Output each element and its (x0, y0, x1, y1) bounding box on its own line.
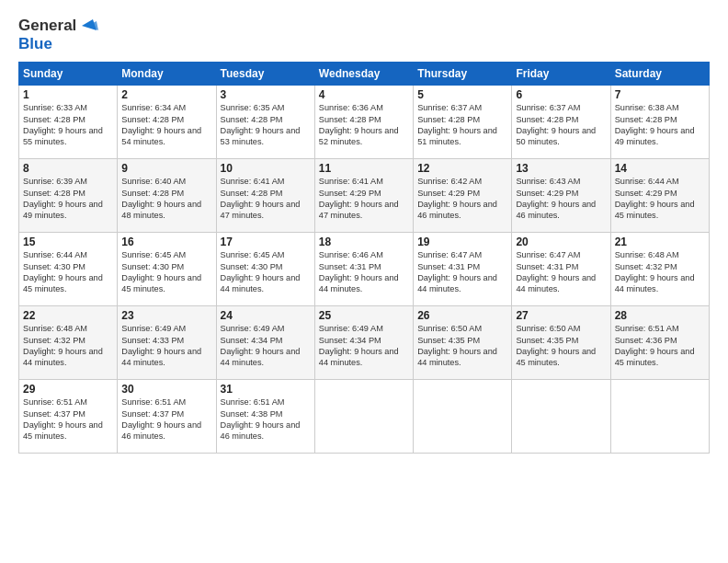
week-row-3: 15 Sunrise: 6:44 AMSunset: 4:30 PMDaylig… (19, 233, 710, 306)
day-info: Sunrise: 6:43 AMSunset: 4:29 PMDaylight:… (516, 177, 596, 220)
day-number: 16 (121, 236, 211, 248)
weekday-tuesday: Tuesday (216, 63, 314, 86)
day-info: Sunrise: 6:42 AMSunset: 4:29 PMDaylight:… (417, 177, 497, 220)
calendar-cell: 10 Sunrise: 6:41 AMSunset: 4:28 PMDaylig… (216, 159, 314, 233)
weekday-friday: Friday (512, 63, 610, 86)
day-info: Sunrise: 6:48 AMSunset: 4:32 PMDaylight:… (615, 250, 695, 293)
calendar-cell: 2 Sunrise: 6:34 AMSunset: 4:28 PMDayligh… (118, 86, 216, 159)
calendar-cell: 29 Sunrise: 6:51 AMSunset: 4:37 PMDaylig… (19, 380, 118, 454)
calendar-cell: 8 Sunrise: 6:39 AMSunset: 4:28 PMDayligh… (19, 159, 118, 233)
calendar-cell: 18 Sunrise: 6:46 AMSunset: 4:31 PMDaylig… (314, 233, 413, 306)
day-info: Sunrise: 6:47 AMSunset: 4:31 PMDaylight:… (417, 250, 497, 293)
day-info: Sunrise: 6:36 AMSunset: 4:28 PMDaylight:… (319, 103, 399, 146)
day-info: Sunrise: 6:37 AMSunset: 4:28 PMDaylight:… (417, 103, 497, 146)
day-number: 8 (23, 162, 113, 175)
calendar-cell: 5 Sunrise: 6:37 AMSunset: 4:28 PMDayligh… (414, 86, 512, 159)
day-number: 17 (221, 236, 311, 248)
calendar-cell: 12 Sunrise: 6:42 AMSunset: 4:29 PMDaylig… (414, 159, 512, 233)
calendar-cell (414, 380, 512, 454)
calendar-cell: 28 Sunrise: 6:51 AMSunset: 4:36 PMDaylig… (610, 306, 709, 380)
day-number: 1 (23, 88, 113, 101)
calendar-cell: 20 Sunrise: 6:47 AMSunset: 4:31 PMDaylig… (512, 233, 610, 306)
weekday-sunday: Sunday (19, 63, 118, 86)
day-number: 21 (615, 236, 705, 248)
week-row-4: 22 Sunrise: 6:48 AMSunset: 4:32 PMDaylig… (19, 306, 710, 380)
day-number: 2 (121, 88, 211, 101)
day-info: Sunrise: 6:39 AMSunset: 4:28 PMDaylight:… (23, 177, 103, 220)
day-info: Sunrise: 6:44 AMSunset: 4:30 PMDaylight:… (23, 250, 103, 293)
calendar-cell: 31 Sunrise: 6:51 AMSunset: 4:38 PMDaylig… (216, 380, 314, 454)
day-number: 4 (319, 88, 409, 101)
calendar-cell: 26 Sunrise: 6:50 AMSunset: 4:35 PMDaylig… (414, 306, 512, 380)
day-number: 30 (121, 383, 211, 396)
page: General Blue SundayMondayTuesdayWednesda… (0, 0, 728, 563)
day-number: 31 (221, 383, 311, 396)
day-number: 25 (319, 309, 409, 322)
day-number: 5 (417, 88, 507, 101)
calendar-cell: 1 Sunrise: 6:33 AMSunset: 4:28 PMDayligh… (19, 86, 118, 159)
day-info: Sunrise: 6:34 AMSunset: 4:28 PMDaylight:… (121, 103, 201, 146)
day-number: 29 (23, 383, 113, 396)
calendar-cell: 30 Sunrise: 6:51 AMSunset: 4:37 PMDaylig… (118, 380, 216, 454)
day-number: 18 (319, 236, 409, 248)
day-info: Sunrise: 6:40 AMSunset: 4:28 PMDaylight:… (121, 177, 201, 220)
day-number: 19 (417, 236, 507, 248)
week-row-2: 8 Sunrise: 6:39 AMSunset: 4:28 PMDayligh… (19, 159, 710, 233)
calendar-cell (314, 380, 413, 454)
calendar-cell (512, 380, 610, 454)
week-row-1: 1 Sunrise: 6:33 AMSunset: 4:28 PMDayligh… (19, 86, 710, 159)
day-info: Sunrise: 6:38 AMSunset: 4:28 PMDaylight:… (615, 103, 695, 146)
calendar-cell: 7 Sunrise: 6:38 AMSunset: 4:28 PMDayligh… (610, 86, 709, 159)
day-info: Sunrise: 6:51 AMSunset: 4:36 PMDaylight:… (615, 324, 695, 367)
day-info: Sunrise: 6:45 AMSunset: 4:30 PMDaylight:… (121, 250, 201, 293)
day-info: Sunrise: 6:41 AMSunset: 4:28 PMDaylight:… (221, 177, 301, 220)
calendar-cell: 15 Sunrise: 6:44 AMSunset: 4:30 PMDaylig… (19, 233, 118, 306)
day-info: Sunrise: 6:46 AMSunset: 4:31 PMDaylight:… (319, 250, 399, 293)
weekday-monday: Monday (118, 63, 216, 86)
logo: General Blue (18, 17, 98, 52)
logo-bird-icon (78, 17, 98, 34)
calendar-cell: 6 Sunrise: 6:37 AMSunset: 4:28 PMDayligh… (512, 86, 610, 159)
day-info: Sunrise: 6:37 AMSunset: 4:28 PMDaylight:… (516, 103, 596, 146)
day-number: 20 (516, 236, 606, 248)
day-info: Sunrise: 6:47 AMSunset: 4:31 PMDaylight:… (516, 250, 596, 293)
weekday-wednesday: Wednesday (314, 63, 413, 86)
calendar-cell: 22 Sunrise: 6:48 AMSunset: 4:32 PMDaylig… (19, 306, 118, 380)
calendar-cell: 4 Sunrise: 6:36 AMSunset: 4:28 PMDayligh… (314, 86, 413, 159)
day-number: 3 (221, 88, 311, 101)
logo-general: General (18, 17, 76, 35)
day-number: 6 (516, 88, 606, 101)
calendar-cell: 3 Sunrise: 6:35 AMSunset: 4:28 PMDayligh… (216, 86, 314, 159)
day-info: Sunrise: 6:49 AMSunset: 4:34 PMDaylight:… (221, 324, 301, 367)
calendar-cell: 11 Sunrise: 6:41 AMSunset: 4:29 PMDaylig… (314, 159, 413, 233)
day-number: 12 (417, 162, 507, 175)
calendar-body: 1 Sunrise: 6:33 AMSunset: 4:28 PMDayligh… (19, 86, 710, 454)
day-number: 15 (23, 236, 113, 248)
logo-wordmark: General Blue (18, 17, 98, 52)
calendar-cell: 23 Sunrise: 6:49 AMSunset: 4:33 PMDaylig… (118, 306, 216, 380)
day-number: 26 (417, 309, 507, 322)
day-info: Sunrise: 6:50 AMSunset: 4:35 PMDaylight:… (417, 324, 497, 367)
day-number: 9 (121, 162, 211, 175)
day-number: 24 (221, 309, 311, 322)
day-info: Sunrise: 6:33 AMSunset: 4:28 PMDaylight:… (23, 103, 103, 146)
day-number: 14 (615, 162, 705, 175)
day-info: Sunrise: 6:51 AMSunset: 4:38 PMDaylight:… (221, 397, 301, 441)
day-info: Sunrise: 6:49 AMSunset: 4:34 PMDaylight:… (319, 324, 399, 367)
day-number: 7 (615, 88, 705, 101)
calendar-cell: 21 Sunrise: 6:48 AMSunset: 4:32 PMDaylig… (610, 233, 709, 306)
calendar-cell: 24 Sunrise: 6:49 AMSunset: 4:34 PMDaylig… (216, 306, 314, 380)
day-number: 27 (516, 309, 606, 322)
calendar-cell: 25 Sunrise: 6:49 AMSunset: 4:34 PMDaylig… (314, 306, 413, 380)
day-info: Sunrise: 6:51 AMSunset: 4:37 PMDaylight:… (23, 397, 103, 441)
day-info: Sunrise: 6:51 AMSunset: 4:37 PMDaylight:… (121, 397, 201, 441)
calendar-cell: 27 Sunrise: 6:50 AMSunset: 4:35 PMDaylig… (512, 306, 610, 380)
header: General Blue (18, 17, 710, 52)
day-number: 28 (615, 309, 705, 322)
day-number: 22 (23, 309, 113, 322)
weekday-saturday: Saturday (610, 63, 709, 86)
logo-blue: Blue (18, 35, 98, 53)
day-number: 10 (221, 162, 311, 175)
week-row-5: 29 Sunrise: 6:51 AMSunset: 4:37 PMDaylig… (19, 380, 710, 454)
calendar-cell: 13 Sunrise: 6:43 AMSunset: 4:29 PMDaylig… (512, 159, 610, 233)
